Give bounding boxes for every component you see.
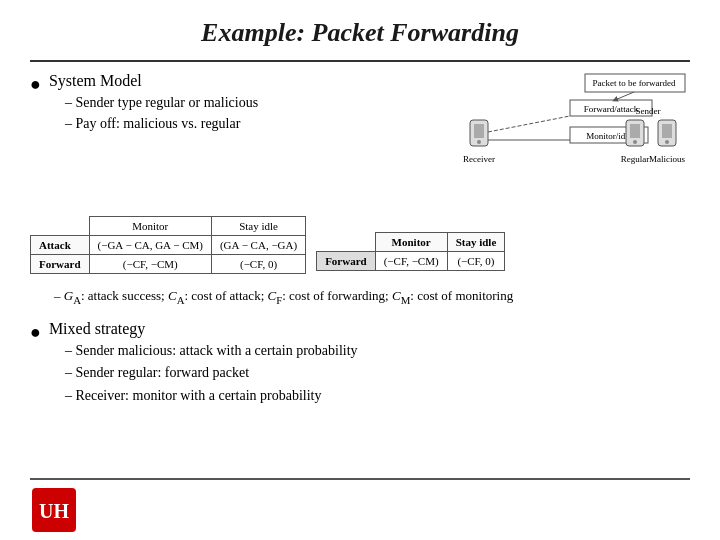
svg-text:Monitor/idle: Monitor/idle: [586, 131, 632, 141]
mixed-strategy-content: Mixed strategy Sender malicious: attack …: [49, 320, 690, 407]
right-cell-forward-monitor: (−CF, −CM): [375, 252, 447, 271]
left-cell-forward-idle: (−CF, 0): [211, 255, 305, 274]
right-matrix-col-monitor: Monitor: [375, 233, 447, 252]
left-game-matrix: Monitor Stay idle Attack (−GA − CA, GA −…: [30, 216, 306, 274]
system-model-section: ● System Model Sender type regular or ma…: [30, 72, 690, 202]
svg-point-14: [633, 140, 637, 144]
left-row-forward: Forward: [31, 255, 90, 274]
table-row: Forward (−CF, −CM) (−CF, 0): [317, 252, 505, 271]
system-model-sub-2: Pay off: malicious vs. regular: [65, 113, 430, 134]
right-game-matrix: Monitor Stay idle Forward (−CF, −CM) (−C…: [316, 232, 505, 271]
left-matrix-col-monitor: Monitor: [89, 217, 211, 236]
svg-text:Regular: Regular: [621, 154, 650, 164]
right-row-forward: Forward: [317, 252, 376, 271]
svg-point-17: [665, 140, 669, 144]
matrix-wrapper: Monitor Stay idle Attack (−GA − CA, GA −…: [30, 214, 690, 274]
page: Example: Packet Forwarding ● System Mode…: [0, 0, 720, 540]
system-model-sub-1: Sender type regular or malicious: [65, 92, 430, 113]
mixed-strategy-title: Mixed strategy: [49, 320, 690, 338]
explanation-line1: GA: attack success; CA: cost of attack; …: [64, 288, 513, 303]
svg-rect-13: [630, 124, 640, 138]
svg-text:Packet to be forwarded: Packet to be forwarded: [592, 78, 676, 88]
svg-text:Forward/attack: Forward/attack: [584, 104, 639, 114]
mixed-sub-2: Sender regular: forward packet: [65, 362, 690, 384]
left-row-attack: Attack: [31, 236, 90, 255]
right-cell-forward-idle: (−CF, 0): [447, 252, 505, 271]
system-model-title: System Model: [49, 72, 430, 90]
svg-line-5: [615, 92, 634, 100]
left-cell-forward-monitor: (−CF, −CM): [89, 255, 211, 274]
table-row: Forward (−CF, −CM) (−CF, 0): [31, 255, 306, 274]
svg-text:Malicious: Malicious: [649, 154, 685, 164]
mixed-strategy-bullet: ●: [30, 322, 41, 343]
table-row: Attack (−GA − CA, GA − CM) (GA − CA, −GA…: [31, 236, 306, 255]
left-matrix-block: Monitor Stay idle Attack (−GA − CA, GA −…: [30, 214, 306, 274]
svg-rect-9: [474, 124, 484, 138]
explanation-text: – GA: attack success; CA: cost of attack…: [54, 286, 690, 308]
system-model-content: System Model Sender type regular or mali…: [49, 72, 430, 134]
mixed-strategy-section: ● Mixed strategy Sender malicious: attac…: [30, 320, 690, 407]
uh-logo: UH: [30, 486, 78, 534]
network-diagram: Packet to be forwarded Forward/attack Fo…: [430, 72, 690, 202]
title-section: Example: Packet Forwarding: [30, 0, 690, 54]
mixed-sub-1: Sender malicious: attack with a certain …: [65, 340, 690, 362]
svg-point-10: [477, 140, 481, 144]
svg-text:Receiver: Receiver: [463, 154, 495, 164]
bottom-bar: UH: [30, 478, 690, 540]
svg-line-21: [488, 116, 570, 132]
svg-text:UH: UH: [39, 500, 69, 522]
left-cell-attack-monitor: (−GA − CA, GA − CM): [89, 236, 211, 255]
left-cell-attack-idle: (GA − CA, −GA): [211, 236, 305, 255]
svg-text:Sender: Sender: [636, 106, 661, 116]
top-divider: [30, 60, 690, 62]
svg-rect-16: [662, 124, 672, 138]
system-model-bullet: ●: [30, 74, 41, 95]
right-matrix-block: Monitor Stay idle Forward (−CF, −CM) (−C…: [316, 232, 505, 271]
content-area: ● System Model Sender type regular or ma…: [30, 72, 690, 478]
left-matrix-col-idle: Stay idle: [211, 217, 305, 236]
right-matrix-col-idle: Stay idle: [447, 233, 505, 252]
page-title: Example: Packet Forwarding: [201, 18, 519, 47]
mixed-sub-3: Receiver: monitor with a certain probabi…: [65, 385, 690, 407]
